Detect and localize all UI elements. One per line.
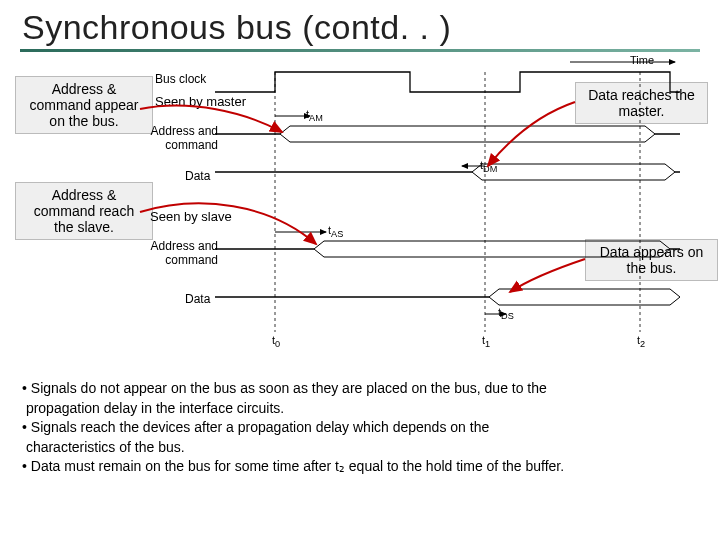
page-title: Synchronous bus (contd. . ) bbox=[22, 8, 720, 47]
title-rule bbox=[20, 49, 700, 52]
bullet-2b: characteristics of the bus. bbox=[22, 439, 698, 457]
notes: • Signals do not appear on the bus as so… bbox=[22, 380, 698, 476]
bullet-2a: • Signals reach the devices after a prop… bbox=[22, 419, 698, 437]
timing-svg bbox=[10, 54, 710, 374]
bullet-1a: • Signals do not appear on the bus as so… bbox=[22, 380, 698, 398]
timing-diagram: Time Address & command appear on the bus… bbox=[10, 54, 710, 374]
bullet-3: • Data must remain on the bus for some t… bbox=[22, 458, 698, 476]
bullet-1b: propagation delay in the interface circu… bbox=[22, 400, 698, 418]
